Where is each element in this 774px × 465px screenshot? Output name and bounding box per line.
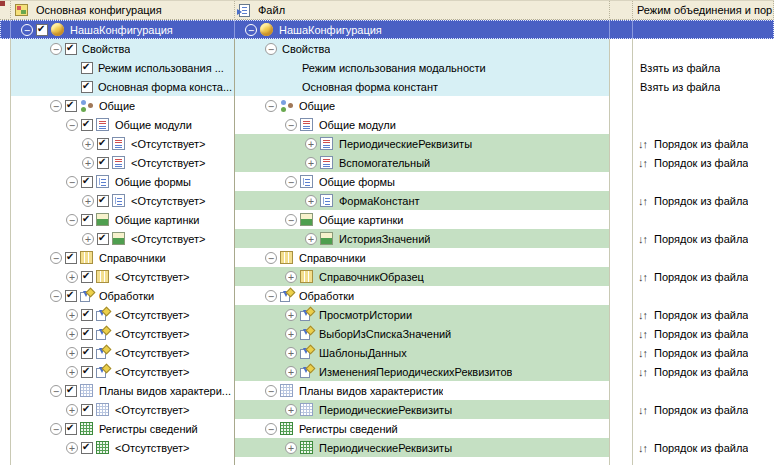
collapse-icon[interactable]: − [285, 176, 297, 188]
checkbox-checked[interactable] [81, 328, 93, 340]
tree-item-label[interactable]: Общие формы [113, 176, 191, 188]
tree-item-label[interactable]: ПериодическиеРеквизиты [317, 442, 452, 454]
merge-order-value[interactable]: Порядок из файла [652, 366, 748, 378]
expand-icon[interactable]: + [305, 233, 317, 245]
collapse-icon[interactable]: − [50, 43, 62, 55]
tree-item-label[interactable]: Общие картинки [317, 214, 404, 226]
table-row[interactable]: +<Отсутствует>+Вспомогательный↓↑Порядок … [0, 153, 774, 172]
merge-order-value[interactable]: Порядок из файла [652, 195, 748, 207]
checkbox-checked[interactable] [81, 442, 93, 454]
merge-order-value[interactable]: Порядок из файла [652, 404, 748, 416]
merge-order-value[interactable]: Порядок из файла [652, 328, 748, 340]
checkbox-checked[interactable] [81, 347, 93, 359]
tree-item-label[interactable]: Общие [297, 100, 335, 112]
checkbox-checked[interactable] [81, 271, 93, 283]
tree-item-label[interactable]: <Отсутствует> [113, 366, 190, 378]
tree-item-label[interactable]: <Отсутствует> [129, 233, 206, 245]
expand-icon[interactable]: + [82, 157, 94, 169]
expand-icon[interactable]: + [285, 347, 297, 359]
table-row[interactable]: −Планы видов характери...−Планы видов ха… [0, 381, 774, 400]
tree-item-label[interactable]: НашаКонфигурация [277, 24, 382, 36]
table-row[interactable]: −НашаКонфигурация−НашаКонфигурация [0, 20, 774, 39]
merge-mode-value[interactable]: Взять из файла [638, 81, 720, 93]
tree-item-label[interactable]: ВыборИзСпискаЗначений [317, 328, 451, 340]
expand-icon[interactable]: + [285, 442, 297, 454]
table-row[interactable]: −Регистры сведений−Регистры сведений [0, 419, 774, 438]
tree-item-label[interactable]: Обработки [97, 290, 154, 302]
collapse-icon[interactable]: − [265, 100, 277, 112]
expand-icon[interactable]: + [305, 195, 317, 207]
expand-icon[interactable]: + [285, 404, 297, 416]
tree-item-label[interactable]: Планы видов характери... [97, 385, 231, 397]
tree-item-label[interactable]: Справочники [297, 252, 366, 264]
tree-item-label[interactable]: <Отсутствует> [113, 328, 190, 340]
tree-item-label[interactable]: <Отсутствует> [113, 309, 190, 321]
table-row[interactable]: −Обработки−Обработки [0, 286, 774, 305]
checkbox-checked[interactable] [97, 195, 109, 207]
tree-item-label[interactable]: Регистры сведений [297, 423, 398, 435]
expand-icon[interactable]: + [66, 328, 78, 340]
collapse-icon[interactable]: − [50, 385, 62, 397]
checkbox-checked[interactable] [97, 157, 109, 169]
expand-icon[interactable]: + [66, 271, 78, 283]
checkbox-checked[interactable] [81, 366, 93, 378]
tree-item-label[interactable]: <Отсутствует> [113, 442, 190, 454]
table-row[interactable]: −Свойства−Свойства [0, 39, 774, 58]
tree-item-label[interactable]: Свойства [280, 43, 330, 55]
collapse-icon[interactable]: − [66, 214, 78, 226]
tree-item-label[interactable]: <Отсутствует> [129, 157, 206, 169]
collapse-icon[interactable]: − [50, 100, 62, 112]
tree-item-label[interactable]: <Отсутствует> [129, 138, 206, 150]
tree-item-label[interactable]: Общие [97, 100, 135, 112]
expand-icon[interactable]: + [66, 309, 78, 321]
merge-mode-value[interactable]: Взять из файла [638, 62, 720, 74]
checkbox-checked[interactable] [81, 309, 93, 321]
checkbox-checked[interactable] [65, 100, 77, 112]
checkbox-checked[interactable] [81, 176, 93, 188]
tree-item-label[interactable]: Основная форма констант [300, 81, 438, 93]
column-header-merge-mode[interactable]: Режим объединения и пор [633, 1, 774, 20]
checkbox-checked[interactable] [65, 252, 77, 264]
tree-item-label[interactable]: СправочникОбразец [317, 271, 424, 283]
collapse-icon[interactable]: − [285, 214, 297, 226]
tree-item-label[interactable]: ФормаКонстант [337, 195, 420, 207]
checkbox-checked[interactable] [81, 404, 93, 416]
merge-order-value[interactable]: Порядок из файла [652, 309, 748, 321]
collapse-icon[interactable]: − [66, 176, 78, 188]
table-row[interactable]: −Общие−Общие [0, 96, 774, 115]
tree-item-label[interactable]: <Отсутствует> [113, 404, 190, 416]
collapse-icon[interactable]: − [50, 252, 62, 264]
table-row[interactable]: +<Отсутствует>+ИсторияЗначений↓↑Порядок … [0, 229, 774, 248]
table-row[interactable]: +<Отсутствует>+ШаблоныДанных↓↑Порядок из… [0, 343, 774, 362]
table-row[interactable]: +<Отсутствует>+ПериодическиеРеквизиты↓↑П… [0, 134, 774, 153]
tree-item-label[interactable]: <Отсутствует> [113, 347, 190, 359]
merge-order-value[interactable]: Порядок из файла [652, 442, 748, 454]
merge-order-value[interactable]: Порядок из файла [652, 157, 748, 169]
checkbox-checked[interactable] [97, 138, 109, 150]
expand-icon[interactable]: + [66, 366, 78, 378]
collapse-icon[interactable]: − [265, 43, 277, 55]
tree-item-label[interactable]: Общие формы [317, 176, 395, 188]
merge-order-value[interactable]: Порядок из файла [652, 347, 748, 359]
tree-item-label[interactable]: ПериодическиеРеквизиты [317, 404, 452, 416]
tree-item-label[interactable]: Справочники [97, 252, 166, 264]
expand-icon[interactable]: + [285, 309, 297, 321]
checkbox-checked[interactable] [36, 24, 48, 36]
collapse-icon[interactable]: − [66, 119, 78, 131]
expand-icon[interactable]: + [82, 195, 94, 207]
expand-icon[interactable]: + [66, 442, 78, 454]
expand-icon[interactable]: + [82, 138, 94, 150]
tree-item-label[interactable]: Обработки [297, 290, 354, 302]
merge-order-value[interactable]: Порядок из файла [652, 138, 748, 150]
checkbox-checked[interactable] [81, 81, 93, 93]
collapse-icon[interactable]: − [245, 24, 257, 36]
collapse-icon[interactable]: − [50, 290, 62, 302]
tree-item-label[interactable]: Режим использования ... [96, 62, 224, 74]
table-row[interactable]: Основная форма конста...Основная форма к… [0, 77, 774, 96]
table-row[interactable]: +<Отсутствует>+ПериодическиеРеквизиты↓↑П… [0, 400, 774, 419]
table-row[interactable]: −Общие формы−Общие формы [0, 172, 774, 191]
tree-item-label[interactable]: Регистры сведений [97, 423, 198, 435]
tree-item-label[interactable]: Режим использования модальности [300, 62, 486, 74]
table-row[interactable]: −Общие картинки−Общие картинки [0, 210, 774, 229]
tree-item-label[interactable]: ИсторияЗначений [337, 233, 430, 245]
